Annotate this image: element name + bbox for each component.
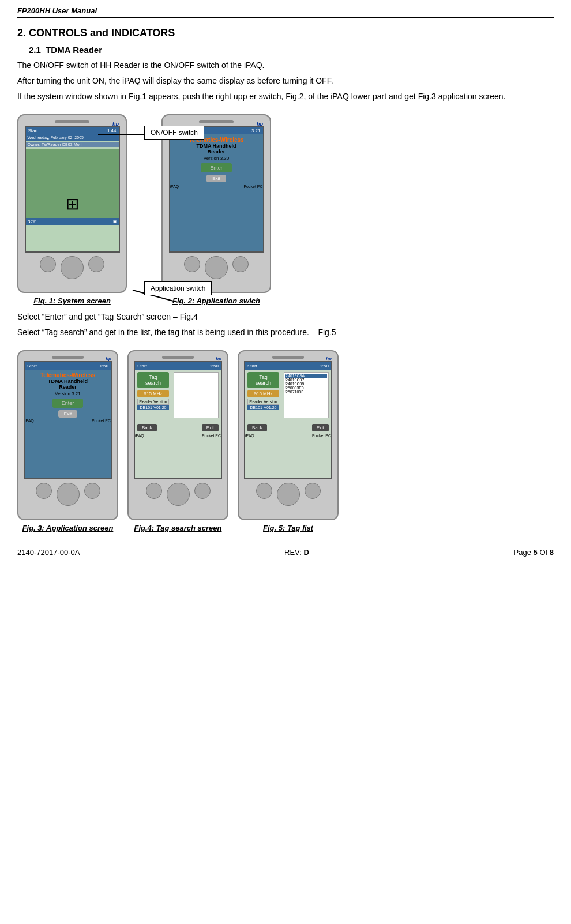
figures-row-1: hp Start 1:44 Wednesday, February 02, 20…	[17, 114, 554, 305]
nav-buttons-fig5: Back Exit	[245, 424, 331, 431]
exit-button-fig5-nav[interactable]: Exit	[312, 424, 329, 431]
header-title: FP200HH User Manual	[17, 6, 97, 15]
device-button-fig5-r	[305, 483, 321, 499]
brand-label-fig3: Telematics-Wireless	[25, 372, 111, 378]
left-controls-fig5: Tagsearch 915 MHz Reader Version DB101-V…	[247, 372, 279, 418]
model-label-fig2: TDMA Handheld	[170, 143, 263, 149]
onoff-callout: ON/OFF switch	[144, 126, 204, 140]
tag-search-layout-fig5: Tagsearch 915 MHz Reader Version DB101-V…	[245, 370, 331, 420]
figures-row-2: hp Start 1:50 Telematics-Wireless TDMA H…	[17, 350, 554, 532]
ipaq-footer-fig2: iPAQ Pocket PC	[170, 185, 263, 189]
enter-button-fig2[interactable]: Enter	[201, 163, 232, 172]
screen-fig4: Start 1:50 Tagsearch 915 MHz Reader Vers…	[134, 361, 222, 479]
fig2-caption: Fig. 2: Application swich	[172, 296, 260, 305]
ipaq-footer-fig4: iPAQ Pocket PC	[135, 434, 221, 438]
device-bottom-fig1	[22, 256, 122, 279]
desktop-area: ⊞	[26, 149, 119, 218]
device-button-fig5-l	[256, 483, 272, 499]
back-button-fig5[interactable]: Back	[247, 424, 267, 431]
tag-list-empty	[174, 372, 219, 418]
tag-id-4: 25071033	[286, 390, 327, 394]
device-fig3: hp Start 1:50 Telematics-Wireless TDMA H…	[17, 350, 118, 520]
device-fig5: hp Start 1:50 Tagsearch 915 MHz Reader V…	[238, 350, 339, 520]
tag-id-0: 24019C8A	[286, 374, 327, 378]
para-4: Select “Enter” and get “Tag Search” scre…	[17, 311, 554, 323]
figure-5-col: hp Start 1:50 Tagsearch 915 MHz Reader V…	[238, 350, 339, 532]
db-version: DB101-V01.20	[137, 405, 169, 410]
section-title: 2. CONTROLS and INDICATORS	[17, 27, 554, 39]
tag-id-2: 24019C99	[286, 382, 327, 386]
mhz-button-fig5[interactable]: 915 MHz	[247, 390, 279, 397]
doc-header: FP200HH User Manual	[17, 6, 554, 18]
tag-search-button[interactable]: Tagsearch	[137, 372, 169, 388]
tag-search-layout: Tagsearch 915 MHz Reader Version DB101-V…	[135, 370, 221, 420]
screen-topbar-fig5: Start 1:50	[245, 362, 331, 370]
screen-topbar-fig4: Start 1:50	[135, 362, 221, 370]
device-bottom-fig2	[166, 256, 266, 279]
page-block: Page 5 Of 8	[514, 548, 554, 557]
windows-logo: ⊞	[66, 194, 79, 213]
device-button-center	[61, 256, 84, 279]
device-button-right-fig2	[232, 256, 249, 272]
version-fig2: Version 3.30	[170, 156, 263, 161]
screen-topbar-fig3: Start 1:50	[25, 362, 111, 370]
device-button-left-fig2	[184, 256, 200, 272]
tag-search-button-fig5[interactable]: Tagsearch	[247, 372, 279, 388]
device-bottom-fig4	[132, 483, 224, 506]
figure-2-col: hp Start 3:21 Telematics-Wireless TDMA H…	[161, 114, 271, 305]
subsection-title: 2.1 TDMA Reader	[29, 45, 554, 55]
rev-block: REV: D	[284, 548, 309, 557]
figure-1-col: hp Start 1:44 Wednesday, February 02, 20…	[17, 114, 127, 305]
mhz-button[interactable]: 915 MHz	[137, 390, 169, 397]
taskbar: New ▣	[26, 218, 119, 225]
reader-version-label: Reader Version	[137, 399, 169, 405]
exit-button-fig2[interactable]: Exit	[206, 175, 226, 182]
reader-label-fig2: Reader	[170, 149, 263, 155]
back-button-fig4[interactable]: Back	[137, 424, 157, 431]
device-fig2: hp Start 3:21 Telematics-Wireless TDMA H…	[161, 114, 271, 293]
device-button-center-fig2	[205, 256, 228, 279]
tag-list-filled: 24019C8A 24019C97 24019C99 250003F0 2507…	[284, 372, 329, 418]
enter-button-fig3[interactable]: Enter	[52, 399, 84, 408]
fig1-caption: Fig. 1: System screen	[33, 296, 111, 305]
version-fig3: Version 3.21	[25, 391, 111, 396]
device-button-fig5-c	[277, 483, 300, 506]
figure-4-col: hp Start 1:50 Tagsearch 915 MHz Reader V…	[127, 350, 228, 532]
left-controls: Tagsearch 915 MHz Reader Version DB101-V…	[137, 372, 169, 418]
device-button-fig3-r	[84, 483, 100, 499]
device-button-fig3-c	[57, 483, 80, 506]
device-button-fig3-l	[36, 483, 52, 499]
doc-footer: 2140-72017-00-0A REV: D Page 5 Of 8	[17, 544, 554, 557]
owner-row: Owner: TWReader-DB03-Moni	[26, 142, 119, 147]
fig3-caption: Fig. 3: Application screen	[22, 524, 114, 532]
device-button-fig4-l	[146, 483, 162, 499]
device-button-fig4-c	[167, 483, 190, 506]
doc-number: 2140-72017-00-0A	[17, 548, 80, 557]
appswitch-callout: Application switch	[144, 281, 212, 295]
screen-fig2: Start 3:21 Telematics-Wireless TDMA Hand…	[169, 126, 264, 253]
exit-button-fig4-nav[interactable]: Exit	[202, 424, 219, 431]
device-button-right	[88, 256, 104, 272]
device-button	[40, 256, 56, 272]
fig5-caption: Fig. 5: Tag list	[263, 524, 313, 532]
ipaq-footer-fig5: iPAQ Pocket PC	[245, 434, 331, 438]
screen-fig5: Start 1:50 Tagsearch 915 MHz Reader Vers…	[244, 361, 332, 479]
db-version-fig5: DB101-V01.20	[247, 405, 279, 410]
tag-id-1: 24019C97	[286, 378, 327, 382]
device-bottom-fig3	[22, 483, 114, 506]
para-3: If the system window shown in Fig.1 appe…	[17, 91, 554, 103]
reader-version-label-fig5: Reader Version	[247, 399, 279, 405]
date-row: Wednesday, February 02, 2005	[26, 134, 119, 141]
para-2: After turning the unit ON, the iPAQ will…	[17, 75, 554, 87]
reader-label-fig3: Reader	[25, 384, 111, 390]
ipaq-footer-fig3: iPAQ Pocket PC	[25, 419, 111, 423]
device-bottom-fig5	[242, 483, 334, 506]
device-fig1: hp Start 1:44 Wednesday, February 02, 20…	[17, 114, 127, 293]
device-fig4: hp Start 1:50 Tagsearch 915 MHz Reader V…	[127, 350, 228, 520]
fig4-caption: Fig.4: Tag search screen	[134, 524, 222, 532]
exit-button-fig3[interactable]: Exit	[58, 410, 77, 418]
para-1: The ON/OFF switch of HH Reader is the ON…	[17, 59, 554, 72]
model-label-fig3: TDMA Handheld	[25, 378, 111, 384]
tag-id-3: 250003F0	[286, 386, 327, 390]
nav-buttons-fig4: Back Exit	[135, 424, 221, 431]
